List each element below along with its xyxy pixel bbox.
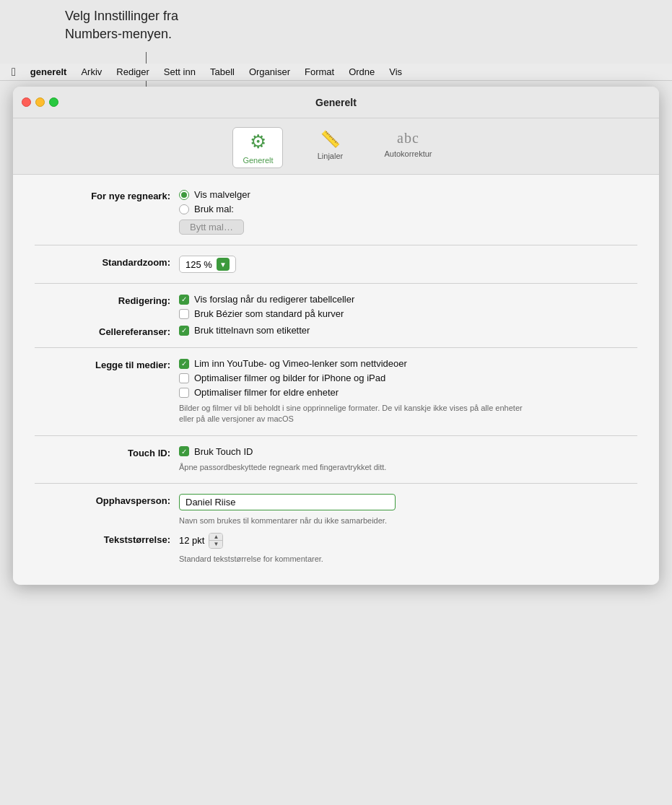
label-opphavsperson: Opphavsperson:	[35, 494, 179, 506]
opphavsperson-input[interactable]	[179, 494, 396, 510]
label-redigering: Redigering:	[35, 294, 179, 306]
hint-legge-til-medier: Bilder og filmer vil bli beholdt i sine …	[179, 403, 525, 425]
toolbar: ⚙ Generelt 📏 Linjaler abc Autokorrektur	[13, 118, 659, 175]
label-cellereferanser: Cellereferanser:	[35, 325, 179, 337]
content-touch-id: ✓ Bruk Touch ID Åpne passordbeskyttede r…	[179, 446, 637, 473]
check-bruk-touch-id-row[interactable]: ✓ Bruk Touch ID	[179, 446, 637, 457]
label-for-nye-regneark: For nye regneark:	[35, 189, 179, 201]
section-redigering: Redigering: ✓ Vis forslag når du rediger…	[35, 294, 637, 319]
check-optimaliser-eldre-row[interactable]: Optimaliser filmer for eldre enheter	[179, 387, 637, 398]
menu-rediger[interactable]: Rediger	[110, 65, 155, 79]
content-standardzoom: 125 % ▼	[179, 256, 637, 273]
checkbox-tittelnavn[interactable]: ✓	[179, 326, 189, 336]
zoom-selector[interactable]: 125 % ▼	[179, 256, 236, 273]
tab-generelt-label: Generelt	[243, 156, 273, 165]
row-for-nye-regneark: For nye regneark: Vis malvelger Bruk mal…	[35, 189, 637, 235]
hint-touch-id: Åpne passordbeskyttede regneark med fing…	[179, 462, 525, 473]
font-size-stepper[interactable]: ▲ ▼	[209, 533, 223, 549]
minimize-button[interactable]	[35, 97, 45, 107]
bytt-mal-button[interactable]: Bytt mal…	[179, 219, 244, 235]
maximize-button[interactable]	[49, 97, 58, 107]
check-youtube-row[interactable]: ✓ Lim inn YouTube- og Vimeo-lenker som n…	[179, 358, 637, 369]
annotation-text: Velg Innstillinger fra Numbers-menyen.	[65, 7, 178, 43]
hint-tekststorrelse: Standard tekststørrelse for kommentarer.	[179, 554, 525, 565]
content-cellereferanser: ✓ Bruk tittelnavn som etiketter	[179, 325, 637, 336]
annotation-line2: Numbers-menyen.	[65, 27, 172, 41]
row-legge-til-medier: Legge til medier: ✓ Lim inn YouTube- og …	[35, 358, 637, 425]
section-tekststorrelse: Tekststørrelse: 12 pkt ▲ ▼ Standard teks…	[35, 533, 637, 565]
check-optimaliser-iphone-label: Optimaliser filmer og bilder for iPhone …	[194, 373, 385, 383]
check-optimaliser-eldre-label: Optimaliser filmer for eldre enheter	[194, 387, 339, 398]
section-legge-til-medier: Legge til medier: ✓ Lim inn YouTube- og …	[35, 358, 637, 425]
menu-sett-inn[interactable]: Sett inn	[158, 65, 201, 79]
row-touch-id: Touch ID: ✓ Bruk Touch ID Åpne passordbe…	[35, 446, 637, 473]
check-tittelnavn-label: Bruk tittelnavn som etiketter	[194, 325, 310, 336]
label-standardzoom: Standardzoom:	[35, 256, 179, 268]
apple-menu[interactable]: 	[6, 66, 22, 79]
menu-format[interactable]: Format	[299, 65, 340, 79]
check-vis-forslag-label: Vis forslag når du redigerer tabellcelle…	[194, 294, 354, 305]
radio-vis-malvelger-label: Vis malvelger	[194, 189, 250, 200]
annotation-line1: Velg Innstillinger fra	[65, 9, 178, 23]
checkbox-bezier[interactable]	[179, 309, 189, 319]
tab-autokorrektur-label: Autokorrektur	[384, 149, 432, 158]
gear-icon: ⚙	[250, 131, 266, 153]
autocorrect-icon: abc	[397, 130, 419, 147]
checkbox-touch-id[interactable]: ✓	[179, 446, 189, 456]
content-redigering: ✓ Vis forslag når du redigerer tabellcel…	[179, 294, 637, 319]
radio-bruk-mal[interactable]	[179, 204, 189, 214]
tab-linjaler-label: Linjaler	[318, 152, 343, 160]
menu-arkiv[interactable]: Arkiv	[75, 65, 108, 79]
zoom-value: 125 %	[186, 259, 212, 270]
tab-autokorrektur[interactable]: abc Autokorrektur	[377, 127, 439, 168]
menu-numbers[interactable]: generelt	[25, 65, 73, 79]
check-vis-forslag-row[interactable]: ✓ Vis forslag når du redigerer tabellcel…	[179, 294, 637, 305]
checkbox-optimaliser-iphone[interactable]	[179, 373, 189, 383]
row-opphavsperson: Opphavsperson: Navn som brukes til komme…	[35, 494, 637, 526]
divider-1	[35, 245, 637, 245]
menubar:  generelt Arkiv Rediger Sett inn Tabell…	[0, 64, 672, 81]
font-size-value: 12 pkt	[179, 535, 204, 546]
section-opphavsperson: Opphavsperson: Navn som brukes til komme…	[35, 494, 637, 526]
row-tekststorrelse: Tekststørrelse: 12 pkt ▲ ▼ Standard teks…	[35, 533, 637, 565]
stepper-down[interactable]: ▼	[209, 541, 222, 548]
checkbox-optimaliser-eldre[interactable]	[179, 388, 189, 398]
content-tekststorrelse: 12 pkt ▲ ▼ Standard tekststørrelse for k…	[179, 533, 637, 565]
zoom-dropdown-arrow[interactable]: ▼	[217, 258, 230, 271]
menu-vis[interactable]: Vis	[383, 65, 408, 79]
checkbox-youtube[interactable]: ✓	[179, 359, 189, 369]
label-tekststorrelse: Tekststørrelse:	[35, 533, 179, 545]
check-optimaliser-iphone-row[interactable]: Optimaliser filmer og bilder for iPhone …	[179, 373, 637, 383]
menu-ordne[interactable]: Ordne	[343, 65, 380, 79]
section-cellereferanser: Cellereferanser: ✓ Bruk tittelnavn som e…	[35, 325, 637, 337]
tab-generelt[interactable]: ⚙ Generelt	[232, 127, 283, 168]
row-standardzoom: Standardzoom: 125 % ▼	[35, 256, 637, 273]
radio-vis-malvelger-row[interactable]: Vis malvelger	[179, 189, 637, 200]
menu-organiser[interactable]: Organiser	[243, 65, 296, 79]
radio-vis-malvelger[interactable]	[179, 190, 189, 200]
divider-4	[35, 435, 637, 436]
divider-5	[35, 483, 637, 484]
ruler-icon: 📏	[320, 130, 340, 149]
content-area: For nye regneark: Vis malvelger Bruk mal…	[13, 175, 659, 585]
check-bezier-row[interactable]: Bruk Bézier som standard på kurver	[179, 308, 637, 319]
checkbox-vis-forslag[interactable]: ✓	[179, 295, 189, 305]
stepper-up[interactable]: ▲	[209, 534, 222, 541]
radio-bruk-mal-row[interactable]: Bruk mal:	[179, 204, 637, 214]
traffic-lights	[22, 97, 58, 107]
font-size-stepper-row: 12 pkt ▲ ▼	[179, 533, 637, 549]
close-button[interactable]	[22, 97, 31, 107]
divider-2	[35, 283, 637, 284]
hint-opphavsperson: Navn som brukes til kommentarer når du i…	[179, 515, 525, 526]
menu-tabell[interactable]: Tabell	[204, 65, 240, 79]
divider-3	[35, 347, 637, 348]
check-tittelnavn-row[interactable]: ✓ Bruk tittelnavn som etiketter	[179, 325, 637, 336]
check-youtube-label: Lim inn YouTube- og Vimeo-lenker som net…	[194, 358, 407, 369]
section-touch-id: Touch ID: ✓ Bruk Touch ID Åpne passordbe…	[35, 446, 637, 473]
window-title: Generelt	[315, 97, 357, 108]
row-cellereferanser: Cellereferanser: ✓ Bruk tittelnavn som e…	[35, 325, 637, 337]
check-bezier-label: Bruk Bézier som standard på kurver	[194, 308, 344, 319]
check-touch-id-label: Bruk Touch ID	[194, 446, 253, 457]
tab-linjaler[interactable]: 📏 Linjaler	[305, 127, 355, 168]
radio-bruk-mal-label: Bruk mal:	[194, 204, 234, 214]
